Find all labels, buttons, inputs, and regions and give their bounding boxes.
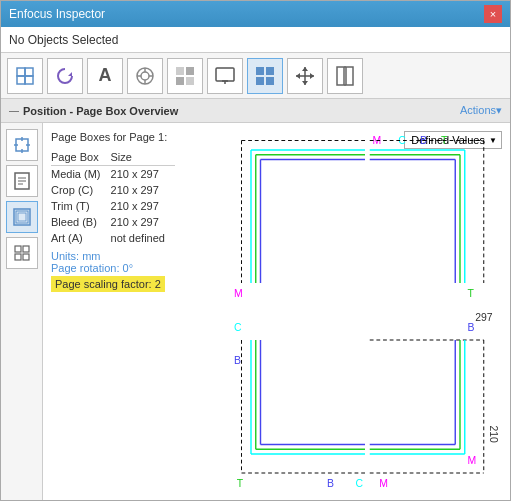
svg-rect-13 bbox=[176, 77, 184, 85]
pattern-icon bbox=[174, 65, 196, 87]
svg-text:T: T bbox=[237, 478, 244, 489]
sidebar-page-button[interactable] bbox=[6, 165, 38, 197]
table-row: Trim (T) 210 x 297 bbox=[51, 198, 175, 214]
svg-text:T: T bbox=[468, 288, 475, 299]
transform-button[interactable] bbox=[7, 58, 43, 94]
close-button[interactable]: × bbox=[484, 5, 502, 23]
art-name: Art (A) bbox=[51, 230, 111, 246]
svg-rect-12 bbox=[186, 67, 194, 75]
rotate-icon bbox=[54, 65, 76, 87]
svg-rect-44 bbox=[15, 246, 21, 252]
section-title: Position - Page Box Overview bbox=[23, 105, 178, 117]
screen-icon bbox=[214, 65, 236, 87]
text-button[interactable]: A bbox=[87, 58, 123, 94]
sidebar-box-button[interactable] bbox=[6, 201, 38, 233]
box-icon bbox=[13, 208, 31, 226]
screen-button[interactable] bbox=[207, 58, 243, 94]
no-objects-bar: No Objects Selected bbox=[1, 27, 510, 53]
table-row: Media (M) 210 x 297 bbox=[51, 166, 175, 183]
svg-text:B: B bbox=[468, 322, 475, 333]
collapse-icon[interactable]: — bbox=[9, 105, 19, 116]
col-header-pagebox: Page Box bbox=[51, 149, 111, 166]
svg-rect-19 bbox=[266, 67, 274, 75]
svg-text:M: M bbox=[468, 455, 477, 466]
svg-rect-46 bbox=[15, 254, 21, 260]
media-size: 210 x 297 bbox=[111, 166, 175, 183]
layers-icon bbox=[13, 244, 31, 262]
section-header: — Position - Page Box Overview Actions▾ bbox=[1, 99, 510, 123]
trim-name: Trim (T) bbox=[51, 198, 111, 214]
bleed-name: Bleed (B) bbox=[51, 214, 111, 230]
grid-icon bbox=[254, 65, 276, 87]
actions-link[interactable]: Actions▾ bbox=[460, 104, 502, 117]
scaling-text: Page scaling factor: 2 bbox=[51, 276, 165, 292]
svg-rect-3 bbox=[25, 76, 33, 84]
svg-text:C: C bbox=[234, 322, 242, 333]
svg-marker-25 bbox=[302, 81, 308, 85]
svg-rect-14 bbox=[186, 77, 194, 85]
svg-rect-1 bbox=[25, 68, 33, 76]
section-header-left: — Position - Page Box Overview bbox=[9, 105, 178, 117]
svg-text:C: C bbox=[356, 478, 364, 489]
no-objects-text: No Objects Selected bbox=[9, 33, 118, 47]
sidebar-layers-button[interactable] bbox=[6, 237, 38, 269]
svg-marker-4 bbox=[68, 72, 72, 76]
window-title: Enfocus Inspector bbox=[9, 7, 105, 21]
diagram-area: M C B T M C B bbox=[228, 131, 502, 492]
svg-marker-26 bbox=[296, 73, 300, 79]
arrow-icon bbox=[13, 136, 31, 154]
crop-size: 210 x 297 bbox=[111, 182, 175, 198]
svg-rect-21 bbox=[266, 77, 274, 85]
svg-rect-28 bbox=[337, 67, 344, 85]
svg-text:B: B bbox=[234, 355, 241, 366]
inspector-window: Enfocus Inspector × No Objects Selected … bbox=[0, 0, 511, 501]
svg-rect-20 bbox=[256, 77, 264, 85]
art-size: not defined bbox=[111, 230, 175, 246]
title-bar: Enfocus Inspector × bbox=[1, 1, 510, 27]
toolbar: A bbox=[1, 53, 510, 99]
bleed-size: 210 x 297 bbox=[111, 214, 175, 230]
table-row: Bleed (B) 210 x 297 bbox=[51, 214, 175, 230]
move-icon bbox=[294, 65, 316, 87]
image-button[interactable] bbox=[127, 58, 163, 94]
text-icon: A bbox=[99, 65, 112, 86]
col-header-size: Size bbox=[111, 149, 175, 166]
svg-text:M: M bbox=[379, 478, 388, 489]
crop-name: Crop (C) bbox=[51, 182, 111, 198]
sidebar-arrow-button[interactable] bbox=[6, 129, 38, 161]
transform-icon bbox=[14, 65, 36, 87]
svg-rect-45 bbox=[23, 246, 29, 252]
svg-marker-27 bbox=[310, 73, 314, 79]
svg-text:297: 297 bbox=[475, 312, 493, 323]
pattern-button[interactable] bbox=[167, 58, 203, 94]
image-icon bbox=[134, 65, 156, 87]
trim-size: 210 x 297 bbox=[111, 198, 175, 214]
move-button[interactable] bbox=[287, 58, 323, 94]
content-area: Defined Values Page Boxes for Page 1: Pa… bbox=[43, 123, 510, 500]
svg-rect-47 bbox=[23, 254, 29, 260]
svg-rect-29 bbox=[346, 67, 353, 85]
left-sidebar bbox=[1, 123, 43, 500]
book-icon bbox=[334, 65, 356, 87]
table-row: Art (A) not defined bbox=[51, 230, 175, 246]
svg-text:B: B bbox=[327, 478, 334, 489]
svg-rect-43 bbox=[18, 213, 26, 221]
page-icon bbox=[13, 172, 31, 190]
svg-text:M: M bbox=[234, 288, 243, 299]
svg-rect-0 bbox=[17, 68, 25, 76]
page-diagram: M C B T M C B bbox=[228, 131, 502, 492]
rotate-button[interactable] bbox=[47, 58, 83, 94]
media-name: Media (M) bbox=[51, 166, 111, 183]
svg-marker-24 bbox=[302, 67, 308, 71]
page-boxes-table: Page Box Size Media (M) 210 x 297 Crop (… bbox=[51, 149, 175, 246]
table-row: Crop (C) 210 x 297 bbox=[51, 182, 175, 198]
grid-button[interactable] bbox=[247, 58, 283, 94]
svg-text:210: 210 bbox=[488, 426, 499, 444]
svg-rect-15 bbox=[216, 68, 234, 81]
main-content: Defined Values Page Boxes for Page 1: Pa… bbox=[1, 123, 510, 500]
svg-rect-18 bbox=[256, 67, 264, 75]
svg-rect-11 bbox=[176, 67, 184, 75]
book-button[interactable] bbox=[327, 58, 363, 94]
svg-rect-2 bbox=[17, 76, 25, 84]
svg-point-6 bbox=[141, 72, 149, 80]
